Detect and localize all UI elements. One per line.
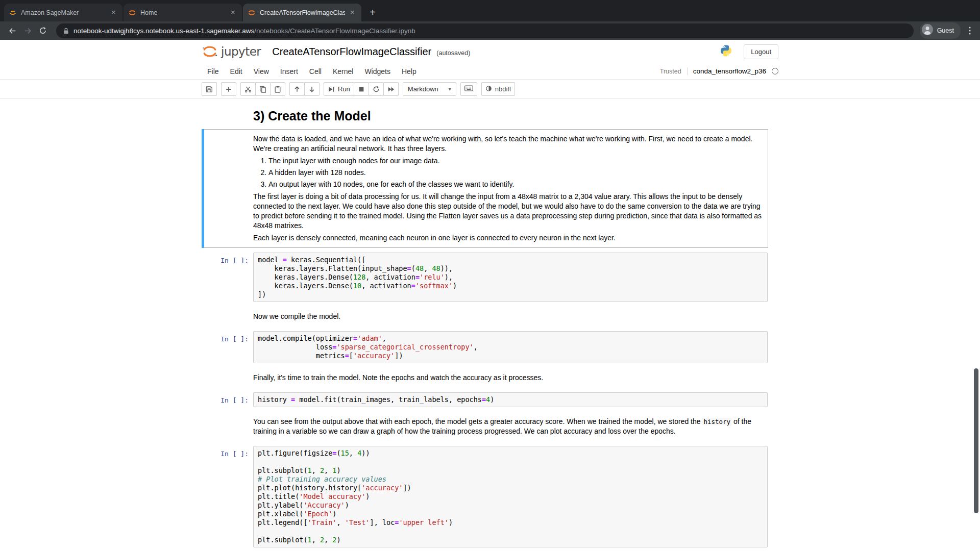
cell-prompt: In [ ]: (202, 392, 253, 407)
tabs-container: Amazon SageMaker×Home×CreateATensorFlowI… (4, 4, 362, 21)
tab-close-icon[interactable]: × (109, 8, 118, 17)
cell-content: Now the data is loaded, and we have an i… (253, 132, 768, 245)
code-line: keras.layers.Flatten(input_shape=(48, 48… (258, 264, 763, 273)
jupyter-logo[interactable]: jupyter (202, 44, 261, 59)
toolbar-group (289, 82, 320, 96)
profile-label: Guest (937, 27, 954, 34)
copy-icon (259, 86, 266, 93)
profile-chip[interactable]: Guest (920, 22, 961, 39)
notebook-cell-code[interactable]: In [ ]:model = keras.Sequential([ keras.… (202, 250, 768, 305)
code-line: plt.figure(figsize=(15, 4)) (258, 449, 763, 458)
save-button[interactable] (202, 82, 217, 96)
code-input-area[interactable]: model = keras.Sequential([ keras.layers.… (253, 253, 768, 302)
code-input-area[interactable]: history = model.fit(train_images, train_… (253, 392, 768, 407)
nbdiff-icon (485, 85, 492, 93)
scrollbar-thumb[interactable] (974, 368, 978, 513)
notebook-cell-markdown[interactable]: Now the data is loaded, and we have an i… (202, 129, 768, 248)
tab-title: Home (140, 9, 226, 16)
reload-button[interactable] (36, 23, 50, 38)
code-input-area[interactable]: model.compile(optimizer='adam', loss='sp… (253, 331, 768, 363)
divider (687, 67, 688, 75)
code-line: plt.legend(['Train', 'Test'], loc='upper… (258, 518, 763, 527)
code-line: plt.xlabel('Epoch') (258, 510, 763, 518)
restart-run-all-button[interactable] (383, 82, 399, 96)
notebook-cell-markdown[interactable]: Now we compile the model. (202, 307, 768, 327)
cell-type-dropdown[interactable]: Markdown ▾ (403, 82, 456, 96)
cell-content: 3) Create the Model (253, 108, 768, 124)
code-line: plt.ylabel('Accuracy') (258, 501, 763, 510)
cut-cells-button[interactable] (240, 82, 256, 96)
notebook-cell-markdown[interactable]: You can see from the output above that w… (202, 412, 768, 441)
menu-cell[interactable]: Cell (304, 64, 327, 79)
menu-bar: FileEditViewInsertCellKernelWidgetsHelp … (0, 63, 980, 80)
notebook-title[interactable]: CreateATensorFlowImageClassifier (272, 46, 431, 58)
stop-icon (358, 86, 365, 93)
new-tab-button[interactable]: + (365, 5, 380, 19)
notebook-cell-code[interactable]: In [ ]:history = model.fit(train_images,… (202, 390, 768, 410)
jupyter-planet-icon (202, 44, 218, 59)
url-path: /notebooks/CreateATensorFlowImageClassif… (254, 27, 415, 35)
code-line: loss='sparse_categorical_crossentropy', (258, 343, 763, 352)
back-icon (8, 27, 17, 35)
nbdiff-button[interactable]: nbdiff (481, 82, 516, 96)
code-input-area[interactable]: plt.figure(figsize=(15, 4)) plt.subplot(… (253, 446, 768, 547)
command-palette-button[interactable] (460, 82, 477, 96)
menu-file[interactable]: File (202, 64, 225, 79)
aws-favicon (9, 9, 17, 17)
browser-tab[interactable]: Amazon SageMaker× (4, 4, 122, 21)
toolbar-group (240, 82, 285, 96)
keyboard-icon (464, 85, 473, 93)
paste-cells-button[interactable] (270, 82, 285, 96)
notebook-cell-heading[interactable]: 3) Create the Model (202, 105, 768, 127)
code-line: plt.subplot(1, 2, 2) (258, 536, 763, 544)
trusted-badge: Trusted (660, 68, 681, 75)
forward-button[interactable] (20, 23, 35, 38)
code-line: ]) (258, 290, 763, 299)
notebook-cell-code[interactable]: In [ ]:plt.figure(figsize=(15, 4)) plt.s… (202, 443, 768, 550)
section-heading: 3) Create the Model (253, 108, 768, 124)
browser-chrome: Amazon SageMaker×Home×CreateATensorFlowI… (0, 0, 980, 40)
insert-cell-below-button[interactable] (221, 82, 236, 96)
logout-button[interactable]: Logout (744, 44, 778, 59)
cell-type-value: Markdown (408, 85, 438, 93)
browser-menu-icon[interactable] (965, 23, 975, 38)
menu-kernel[interactable]: Kernel (327, 64, 359, 79)
url-host: notebook-udtwigjh8cys.notebook.us-east-1… (74, 27, 254, 35)
list-item: A hidden layer with 128 nodes. (268, 168, 768, 178)
browser-tab[interactable]: Home× (124, 4, 242, 21)
menu-insert[interactable]: Insert (275, 64, 304, 79)
code-line: model = keras.Sequential([ (258, 256, 763, 264)
chevron-down-icon: ▾ (449, 86, 451, 92)
menu-edit[interactable]: Edit (225, 64, 248, 79)
copy-cells-button[interactable] (255, 82, 271, 96)
back-button[interactable] (5, 23, 19, 38)
code-line: plt.title('Model accuracy') (258, 492, 763, 501)
restart-kernel-button[interactable] (369, 82, 384, 96)
move-cell-down-button[interactable] (304, 82, 320, 96)
python-logo-icon (720, 44, 732, 59)
notebook-cell-code[interactable]: In [ ]:model.compile(optimizer='adam', l… (202, 329, 768, 366)
notebook-cell-markdown[interactable]: Finally, it's time to train the model. N… (202, 368, 768, 388)
cell-prompt: In [ ]: (202, 331, 253, 363)
interrupt-kernel-button[interactable] (354, 82, 369, 96)
forward-icon (23, 27, 32, 35)
cell-prompt (202, 132, 253, 245)
markdown-paragraph: The first layer is doing a bit of data p… (253, 192, 768, 231)
tab-close-icon[interactable]: × (348, 8, 357, 17)
browser-tab[interactable]: CreateATensorFlowImageClas...× (243, 4, 361, 21)
address-bar[interactable]: notebook-udtwigjh8cys.notebook.us-east-1… (56, 23, 914, 38)
markdown-paragraph: You can see from the output above that w… (253, 417, 768, 436)
tab-close-icon[interactable]: × (229, 8, 237, 17)
arrow-down-icon (308, 86, 315, 93)
menu-help[interactable]: Help (396, 64, 422, 79)
list-item: The input layer with enough nodes for ou… (268, 156, 768, 166)
code-line: keras.layers.Dense(10, activation='softm… (258, 282, 763, 290)
browser-toolbar: notebook-udtwigjh8cys.notebook.us-east-1… (0, 21, 980, 40)
menu-widgets[interactable]: Widgets (359, 64, 396, 79)
avatar (922, 24, 933, 37)
cell-content: Now we compile the model. (253, 309, 768, 324)
menu-view[interactable]: View (248, 64, 275, 79)
cell-content: model = keras.Sequential([ keras.layers.… (253, 253, 768, 302)
run-button[interactable]: Run (324, 82, 354, 96)
move-cell-up-button[interactable] (289, 82, 305, 96)
